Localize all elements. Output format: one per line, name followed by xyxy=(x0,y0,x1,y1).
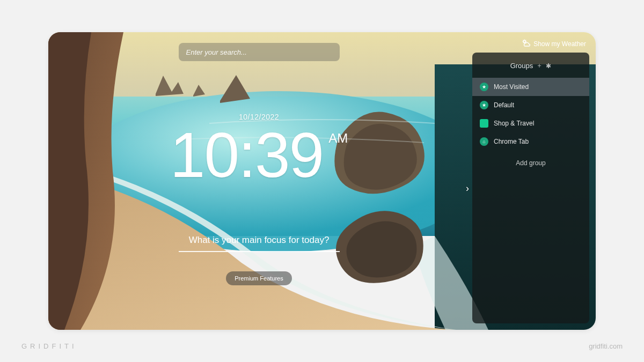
clock-time: 10:39 xyxy=(170,123,323,187)
star-icon xyxy=(480,101,488,109)
group-item-shop-travel[interactable]: Shop & Travel xyxy=(472,114,589,132)
group-item-label: Shop & Travel xyxy=(494,120,534,127)
group-item-label: Chrome Tab xyxy=(494,138,529,145)
focus-block: What is your main focus for today? xyxy=(179,235,340,252)
add-group-button[interactable]: Add group xyxy=(472,151,589,175)
group-item-default[interactable]: Default xyxy=(472,96,589,114)
folder-icon xyxy=(480,119,488,128)
newtab-window: Show my Weather 10/12/2022 10:39 AM What… xyxy=(48,32,596,330)
star-icon xyxy=(480,83,488,91)
weather-label: Show my Weather xyxy=(533,40,586,48)
brand-watermark-right: gridfiti.com xyxy=(589,342,623,350)
premium-features-button[interactable]: Premium Features xyxy=(226,271,291,285)
focus-prompt: What is your main focus for today? xyxy=(179,235,340,246)
sidebar-title: Groups xyxy=(510,62,533,70)
add-icon[interactable]: ＋ xyxy=(536,61,543,70)
weather-icon xyxy=(522,39,530,49)
search-input[interactable] xyxy=(186,48,332,56)
brand-watermark-left: GRIDFITI xyxy=(21,342,77,350)
focus-input[interactable] xyxy=(179,251,340,252)
show-weather-button[interactable]: Show my Weather xyxy=(522,39,586,49)
chrome-icon xyxy=(480,137,488,146)
clock-ampm: AM xyxy=(328,131,348,146)
group-item-label: Most Visited xyxy=(494,83,529,91)
group-item-chrome-tab[interactable]: Chrome Tab xyxy=(472,132,589,151)
search-bar[interactable] xyxy=(179,43,340,61)
groups-sidebar: › Groups ＋ ✱ Most Visited Default Shop &… xyxy=(472,53,589,323)
sidebar-header: Groups ＋ ✱ xyxy=(472,58,589,78)
clock-block: 10/12/2022 10:39 AM xyxy=(170,113,348,187)
group-item-most-visited[interactable]: Most Visited xyxy=(472,78,589,96)
date-text: 10/12/2022 xyxy=(170,113,348,121)
group-item-label: Default xyxy=(494,101,514,109)
sidebar-collapse-handle[interactable]: › xyxy=(466,182,469,194)
gear-icon[interactable]: ✱ xyxy=(546,62,551,70)
